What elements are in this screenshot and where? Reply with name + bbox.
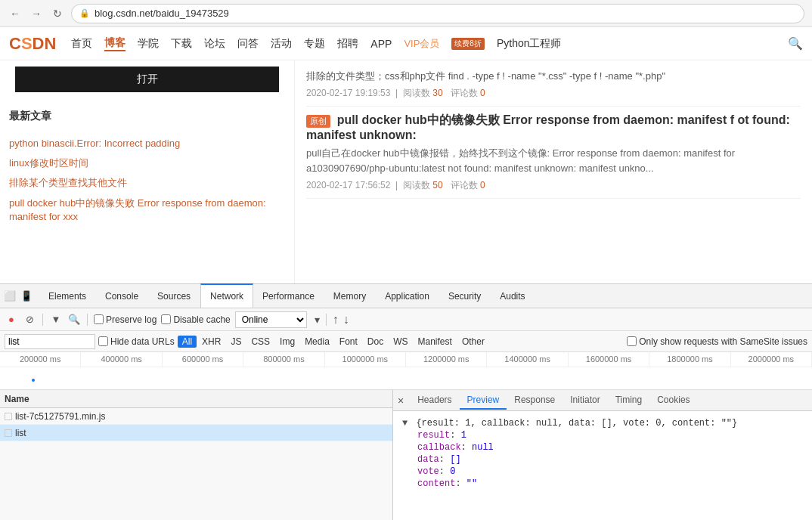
nav-home[interactable]: 首页 <box>71 37 92 51</box>
filter-type-css[interactable]: CSS <box>246 336 274 348</box>
tab-elements[interactable]: Elements <box>39 284 96 308</box>
import-button[interactable]: ↑ <box>333 313 339 327</box>
preview-tab-initiator[interactable]: Initiator <box>563 392 607 410</box>
tl-1: 400000 ms <box>81 352 162 367</box>
filter-input[interactable] <box>5 334 95 349</box>
filter-type-font[interactable]: Font <box>335 336 362 348</box>
disable-cache-checkbox[interactable] <box>161 314 171 324</box>
timeline-marker <box>32 379 35 382</box>
preview-tab-preview[interactable]: Preview <box>460 392 507 410</box>
main-content: 排除的文件类型；css和php文件 find . -type f ! -name… <box>295 60 812 283</box>
filter-type-all[interactable]: All <box>178 336 197 348</box>
request-row-0[interactable]: list-7c51275791.min.js <box>0 408 392 425</box>
filter-type-img[interactable]: Img <box>275 336 299 348</box>
tab-memory[interactable]: Memory <box>324 284 376 308</box>
preview-tab-headers[interactable]: Headers <box>410 392 459 410</box>
disable-cache-text: Disable cache <box>173 314 230 325</box>
request-row-1[interactable]: list <box>0 425 392 441</box>
tab-performance[interactable]: Performance <box>253 284 324 308</box>
clear-button[interactable]: ⊘ <box>23 313 36 327</box>
search-button[interactable]: 🔍 <box>67 313 81 327</box>
filter-type-ws[interactable]: WS <box>389 336 412 348</box>
filter-type-other[interactable]: Other <box>457 336 489 348</box>
devtools-icons: ⬜ 📱 <box>3 289 33 303</box>
article-item-0: 排除的文件类型；css和php文件 find . -type f ! -name… <box>306 60 801 107</box>
sidebar: 打开 最新文章 python binascii.Error: Incorrect… <box>0 60 295 283</box>
tl-8: 1800000 ms <box>649 352 730 367</box>
browser-chrome: ← → ↻ 🔒 blog.csdn.net/baidu_19473529 <box>0 0 812 27</box>
article-item-1: 原创 pull docker hub中的镜像失败 Error response … <box>306 107 801 199</box>
article-0-meta: 2020-02-17 19:19:53 | 阅读数 30 评论数 0 <box>306 87 801 100</box>
hide-data-urls-checkbox[interactable] <box>98 336 108 346</box>
tab-security[interactable]: Security <box>439 284 491 308</box>
sidebar-link-1[interactable]: linux修改时区时间 <box>9 156 285 170</box>
tab-sources[interactable]: Sources <box>148 284 200 308</box>
article-1-title[interactable]: pull docker hub中的镜像失败 Error response fro… <box>306 113 790 141</box>
nav-forum[interactable]: 论坛 <box>204 37 225 51</box>
export-button[interactable]: ↓ <box>343 313 349 327</box>
nav-blog[interactable]: 博客 <box>104 36 126 51</box>
tl-3: 800000 ms <box>243 352 324 367</box>
sidebar-link-2[interactable]: 排除某个类型查找其他文件 <box>9 176 285 190</box>
tab-application[interactable]: Application <box>376 284 439 308</box>
timeline-graph <box>0 367 812 390</box>
filter-type-manifest[interactable]: Manifest <box>414 336 457 348</box>
preview-tab-response[interactable]: Response <box>507 392 563 410</box>
only-samesite-checkbox[interactable] <box>627 336 637 346</box>
json-expand-icon[interactable]: ▼ <box>402 418 408 429</box>
nav-python[interactable]: Python工程师 <box>497 37 562 51</box>
preview-tab-cookies[interactable]: Cookies <box>649 392 697 410</box>
name-column-header: Name <box>5 394 29 404</box>
throttle-select[interactable]: Online No throttling Fast 3G Slow 3G Off… <box>235 311 307 328</box>
toolbar-divider-1 <box>42 314 43 326</box>
filter-bar: Hide data URLs All XHR JS CSS Img Media … <box>0 331 812 352</box>
inspect-element-icon[interactable]: ⬜ <box>3 289 17 303</box>
hide-data-urls-label[interactable]: Hide data URLs <box>98 336 175 347</box>
timeline-labels: 200000 ms 400000 ms 600000 ms 800000 ms … <box>0 352 812 367</box>
nav-topic[interactable]: 专题 <box>304 37 325 51</box>
sidebar-link-0[interactable]: python binascii.Error: Incorrect padding <box>9 137 285 150</box>
url-text: blog.csdn.net/baidu_19473529 <box>95 8 229 19</box>
device-toggle-icon[interactable]: 📱 <box>20 289 33 303</box>
nav-app[interactable]: APP <box>370 38 392 50</box>
tab-audits[interactable]: Audits <box>491 284 535 308</box>
nav-activity[interactable]: 活动 <box>271 37 292 51</box>
nav-download[interactable]: 下载 <box>171 37 192 51</box>
only-samesite-label[interactable]: Only show requests with SameSite issues <box>627 336 807 347</box>
json-field-result: result: 1 <box>402 429 803 441</box>
tab-console[interactable]: Console <box>96 284 148 308</box>
filter-type-doc[interactable]: Doc <box>363 336 388 348</box>
filter-type-media[interactable]: Media <box>300 336 334 348</box>
open-button[interactable]: 打开 <box>15 67 279 92</box>
forward-button[interactable]: → <box>29 6 44 21</box>
close-preview-button[interactable]: × <box>398 395 404 407</box>
disable-cache-label[interactable]: Disable cache <box>161 314 230 325</box>
tab-network[interactable]: Network <box>200 283 253 308</box>
csdn-logo: CSDN <box>9 34 56 54</box>
filter-type-js[interactable]: JS <box>226 336 246 348</box>
article-1-tag: 原创 <box>306 115 330 128</box>
tl-0: 200000 ms <box>0 352 81 367</box>
throttle-dropdown-icon[interactable]: ▾ <box>315 314 320 326</box>
nav-vip[interactable]: VIP会员 <box>404 37 439 51</box>
sidebar-link-3[interactable]: pull docker hub中的镜像失败 Error response fro… <box>9 197 285 224</box>
nav-qa[interactable]: 问答 <box>237 37 259 51</box>
json-field-content: content: "" <box>402 478 803 490</box>
search-icon[interactable]: 🔍 <box>788 36 803 51</box>
refresh-button[interactable]: ↻ <box>50 6 65 21</box>
requests-area: Name list-7c51275791.min.js list × Heade… <box>0 390 812 520</box>
csdn-header: CSDN 首页 博客 学院 下载 论坛 问答 活动 专题 招聘 APP VIP会… <box>0 27 812 60</box>
preview-content: ▼ {result: 1, callback: null, data: [], … <box>393 411 812 520</box>
filter-type-xhr[interactable]: XHR <box>197 336 225 348</box>
vip-badge[interactable]: 续费8折 <box>451 38 485 50</box>
address-bar[interactable]: 🔒 blog.csdn.net/baidu_19473529 <box>71 4 804 23</box>
back-button[interactable]: ← <box>8 6 23 21</box>
nav-job[interactable]: 招聘 <box>337 37 358 51</box>
record-button[interactable]: ● <box>5 313 18 327</box>
json-top-line: ▼ {result: 1, callback: null, data: [], … <box>402 417 803 429</box>
preserve-log-checkbox[interactable] <box>94 314 104 324</box>
nav-academy[interactable]: 学院 <box>138 37 159 51</box>
preview-tab-timing[interactable]: Timing <box>608 392 650 410</box>
filter-toggle-button[interactable]: ▼ <box>49 313 63 327</box>
preserve-log-label[interactable]: Preserve log <box>94 314 157 325</box>
